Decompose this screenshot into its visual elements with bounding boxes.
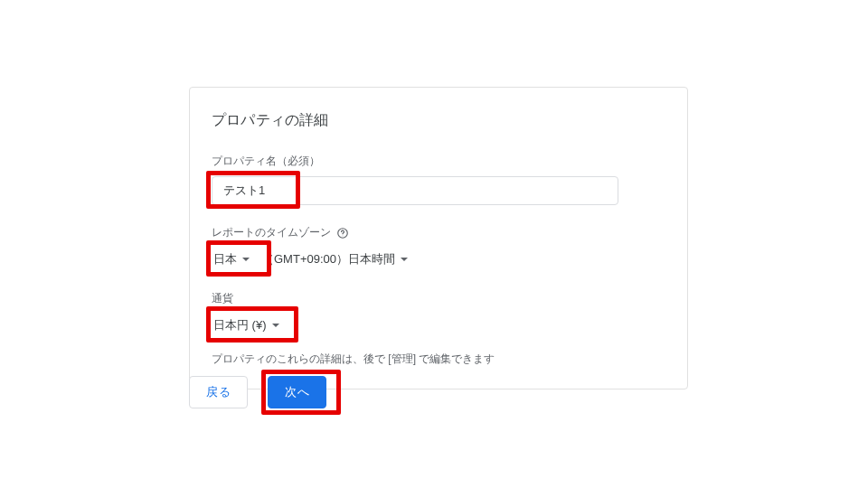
caret-down-icon <box>401 258 408 261</box>
next-button[interactable]: 次へ <box>268 376 326 408</box>
timezone-section: レポートのタイムゾーン 日本 （GMT+09:00）日本時間 <box>212 225 665 271</box>
timezone-country-dropdown[interactable]: 日本 <box>212 248 251 271</box>
svg-point-1 <box>343 235 344 236</box>
back-button[interactable]: 戻る <box>189 376 248 408</box>
property-name-input[interactable]: テスト1 <box>212 176 618 205</box>
currency-dropdown[interactable]: 日本円 (¥) <box>212 314 281 337</box>
currency-value: 日本円 (¥) <box>213 317 267 333</box>
caret-down-icon <box>242 258 250 261</box>
property-name-label: プロパティ名（必須） <box>212 154 665 169</box>
button-row: 戻る 次へ <box>189 376 326 408</box>
currency-label: 通貨 <box>212 291 665 306</box>
timezone-label-text: レポートのタイムゾーン <box>212 225 331 240</box>
card-title: プロパティの詳細 <box>212 111 665 130</box>
timezone-country-value: 日本 <box>213 251 237 267</box>
currency-section: 通貨 日本円 (¥) <box>212 291 665 337</box>
property-details-card: プロパティの詳細 プロパティ名（必須） テスト1 レポートのタイムゾーン 日本 <box>189 87 688 389</box>
timezone-gmt-dropdown[interactable]: （GMT+09:00）日本時間 <box>260 248 410 271</box>
help-icon[interactable] <box>336 227 349 239</box>
caret-down-icon <box>272 324 279 327</box>
info-text: プロパティのこれらの詳細は、後で [管理] で編集できます <box>212 352 665 367</box>
property-name-section: プロパティ名（必須） テスト1 <box>212 154 665 205</box>
timezone-label: レポートのタイムゾーン <box>212 225 665 240</box>
timezone-gmt-text: （GMT+09:00）日本時間 <box>262 251 395 267</box>
